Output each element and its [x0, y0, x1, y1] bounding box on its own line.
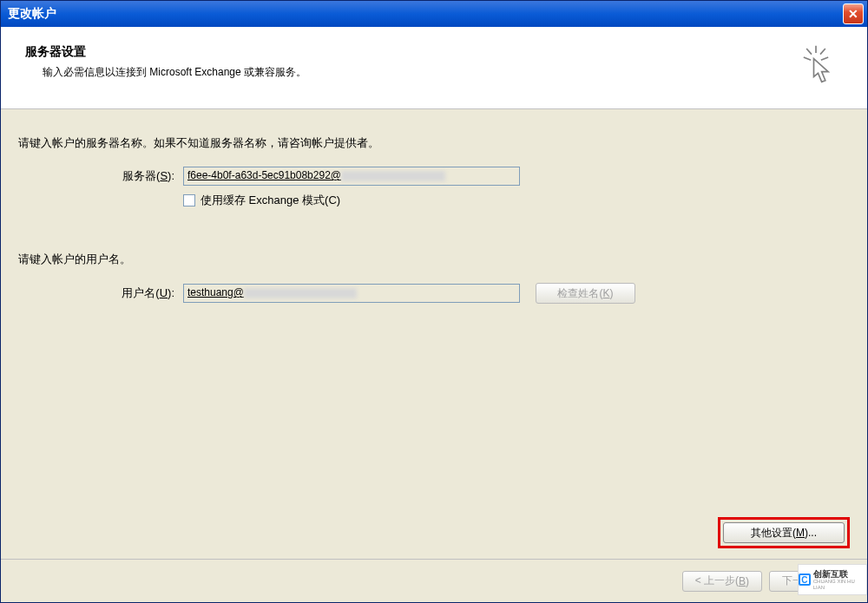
close-icon: ✕ [848, 7, 858, 21]
check-name-button[interactable]: 检查姓名(K) [536, 283, 635, 304]
server-row: 服务器(S): f6ee-4b0f-a63d-5ec91b08b292@xxxx… [18, 167, 850, 186]
svg-line-3 [806, 49, 812, 55]
watermark-logo-icon: C [799, 574, 811, 586]
header-title: 服务器设置 [25, 44, 798, 60]
username-label: 用户名(U): [88, 285, 183, 301]
username-row: 用户名(U): testhuang@xxxxxxxx 检查姓名(K) [18, 283, 850, 304]
watermark: C 创新互联 CHUANG XIN HU LIAN [798, 564, 867, 595]
cursor-click-icon [798, 44, 834, 88]
header-section: 服务器设置 输入必需信息以连接到 Microsoft Exchange 或兼容服… [1, 27, 867, 109]
server-instruction: 请键入帐户的服务器名称。如果不知道服务器名称，请咨询帐户提供者。 [18, 135, 850, 151]
server-redacted: xxxxxxxx [341, 171, 445, 181]
other-settings-highlight: 其他设置(M)... [718, 517, 850, 548]
wizard-nav-bar: < 上一步(B) 下一步(N) > C 创新互联 CHUANG XIN HU L… [1, 559, 867, 602]
server-input[interactable]: f6ee-4b0f-a63d-5ec91b08b292@xxxxxxxx [183, 167, 520, 186]
window-title: 更改帐户 [8, 6, 56, 22]
content-area: 请键入帐户的服务器名称。如果不知道服务器名称，请咨询帐户提供者。 服务器(S):… [1, 109, 867, 319]
header-text: 服务器设置 输入必需信息以连接到 Microsoft Exchange 或兼容服… [25, 44, 798, 80]
back-button[interactable]: < 上一步(B) [682, 571, 762, 592]
other-settings-button[interactable]: 其他设置(M)... [723, 522, 845, 543]
header-subtitle: 输入必需信息以连接到 Microsoft Exchange 或兼容服务。 [25, 65, 798, 80]
username-input[interactable]: testhuang@xxxxxxxx [183, 284, 520, 303]
dialog-window: 更改帐户 ✕ 服务器设置 输入必需信息以连接到 Microsoft Exchan… [0, 0, 868, 603]
cached-mode-checkbox[interactable] [183, 194, 195, 206]
username-redacted: xxxxxxxx [244, 288, 357, 298]
svg-line-4 [820, 49, 825, 55]
server-label: 服务器(S): [88, 168, 183, 184]
titlebar: 更改帐户 ✕ [1, 1, 867, 27]
svg-line-2 [821, 57, 828, 60]
username-instruction: 请键入帐户的用户名。 [18, 252, 850, 267]
close-button[interactable]: ✕ [843, 3, 864, 24]
cached-mode-label: 使用缓存 Exchange 模式(C) [201, 193, 340, 208]
svg-line-1 [804, 57, 811, 60]
cached-mode-row: 使用缓存 Exchange 模式(C) [18, 193, 850, 208]
